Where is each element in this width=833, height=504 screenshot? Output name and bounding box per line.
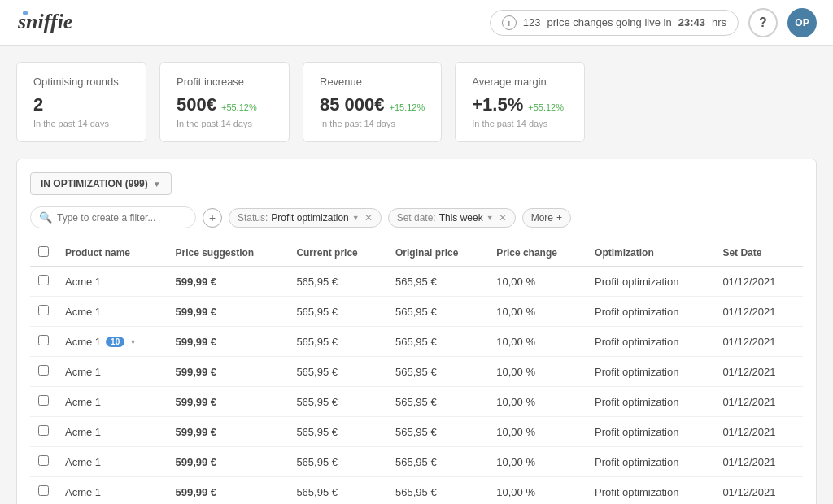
select-all-checkbox[interactable] — [38, 246, 49, 257]
row-price-change-6: 10,00 % — [488, 447, 587, 477]
product-caret-2[interactable]: ▾ — [131, 337, 135, 346]
row-current-price-5: 565,95 € — [288, 417, 387, 447]
search-input[interactable] — [57, 212, 187, 224]
stat-card-3: Average margin +1.5% +55.12% In the past… — [455, 62, 585, 142]
price-alert-badge[interactable]: i 123 price changes going live in 23:43 … — [490, 10, 739, 36]
row-set-date-6: 01/12/2021 — [714, 447, 803, 477]
more-label: More — [531, 212, 553, 224]
stat-value-0: 2 — [33, 94, 129, 115]
stat-value-1: 500€ +55.12% — [177, 94, 273, 115]
row-original-price-1: 565,95 € — [387, 297, 488, 327]
table-row: Acme 1 599,99 € 565,95 € 565,95 € 10,00 … — [30, 477, 803, 505]
table-row: Acme 1 599,99 € 565,95 € 565,95 € 10,00 … — [30, 447, 803, 477]
row-select-7[interactable] — [38, 485, 49, 496]
row-checkbox-2[interactable] — [30, 327, 57, 357]
row-set-date-4: 01/12/2021 — [714, 387, 803, 417]
stat-title-2: Revenue — [320, 76, 425, 88]
row-set-date-3: 01/12/2021 — [714, 357, 803, 387]
help-button[interactable]: ? — [748, 8, 778, 37]
table-row: Acme 1 599,99 € 565,95 € 565,95 € 10,00 … — [30, 387, 803, 417]
col-current-price: Current price — [288, 240, 387, 267]
more-filters-button[interactable]: More + — [522, 208, 571, 228]
alert-count: 123 — [523, 16, 541, 28]
table-row: Acme 1 599,99 € 565,95 € 565,95 € 10,00 … — [30, 297, 803, 327]
table-row: Acme 1 599,99 € 565,95 € 565,95 € 10,00 … — [30, 267, 803, 297]
stat-badge-2: +15.12% — [390, 102, 425, 112]
setdate-chip-value: This week — [439, 212, 483, 224]
row-product-1: Acme 1 — [57, 297, 167, 327]
table-body: Acme 1 599,99 € 565,95 € 565,95 € 10,00 … — [30, 267, 803, 505]
stat-value-2: 85 000€ +15.12% — [320, 94, 425, 115]
row-price-change-1: 10,00 % — [488, 297, 587, 327]
products-table: Product name Price suggestion Current pr… — [30, 240, 803, 504]
row-current-price-1: 565,95 € — [288, 297, 387, 327]
stat-card-1: Profit increase 500€ +55.12% In the past… — [159, 62, 290, 142]
setdate-chip-label: Set date: — [397, 212, 436, 224]
avatar[interactable]: OP — [787, 8, 817, 37]
row-price-suggestion-7: 599,99 € — [167, 477, 288, 505]
stat-card-0: Optimising rounds 2 In the past 14 days — [16, 62, 146, 142]
status-chip-label: Status: — [238, 212, 268, 224]
row-original-price-2: 565,95 € — [387, 327, 488, 357]
stat-badge-1: +55.12% — [221, 102, 257, 112]
stat-value-3: +1.5% +55.12% — [472, 94, 568, 115]
search-box[interactable]: 🔍 — [30, 206, 196, 228]
row-price-suggestion-1: 599,99 € — [167, 297, 288, 327]
product-badge-2: 10 — [106, 337, 124, 347]
row-checkbox-7[interactable] — [30, 477, 57, 505]
row-current-price-0: 565,95 € — [288, 267, 387, 297]
row-product-3: Acme 1 — [57, 357, 167, 387]
row-product-5: Acme 1 — [57, 417, 167, 447]
chevron-down-icon: ▼ — [153, 180, 161, 189]
add-filter-button[interactable]: + — [203, 208, 222, 228]
stat-sub-1: In the past 14 days — [177, 119, 273, 128]
stat-sub-0: In the past 14 days — [33, 119, 129, 128]
row-select-6[interactable] — [38, 455, 49, 466]
row-product-7: Acme 1 — [57, 477, 167, 505]
status-chip-close-icon[interactable]: ✕ — [364, 212, 373, 224]
stat-title-0: Optimising rounds — [33, 76, 129, 88]
row-price-change-0: 10,00 % — [488, 267, 587, 297]
col-product-name: Product name — [57, 240, 167, 267]
row-original-price-6: 565,95 € — [387, 447, 488, 477]
select-all-header[interactable] — [30, 240, 57, 267]
row-checkbox-4[interactable] — [30, 387, 57, 417]
row-select-3[interactable] — [38, 365, 49, 376]
logo: sniffie — [16, 7, 89, 38]
row-checkbox-0[interactable] — [30, 267, 57, 297]
row-original-price-4: 565,95 € — [387, 387, 488, 417]
col-set-date: Set Date — [714, 240, 803, 267]
stat-sub-2: In the past 14 days — [320, 119, 425, 128]
row-select-4[interactable] — [38, 395, 49, 406]
row-optimization-7: Profit optimization — [587, 477, 714, 505]
row-price-suggestion-3: 599,99 € — [167, 357, 288, 387]
row-optimization-5: Profit optimization — [587, 417, 714, 447]
row-select-1[interactable] — [38, 305, 49, 315]
row-select-5[interactable] — [38, 425, 49, 436]
search-icon: 🔍 — [39, 211, 52, 224]
row-price-change-2: 10,00 % — [488, 327, 587, 357]
filter-bar: 🔍 + Status: Profit optimization ▼ ✕ Set … — [30, 206, 803, 228]
row-price-suggestion-2: 599,99 € — [167, 327, 288, 357]
col-price-suggestion: Price suggestion — [167, 240, 288, 267]
header: sniffie i 123 price changes going live i… — [0, 0, 833, 46]
row-set-date-1: 01/12/2021 — [714, 297, 803, 327]
row-checkbox-3[interactable] — [30, 357, 57, 387]
setdate-filter-chip[interactable]: Set date: This week ▼ ✕ — [388, 208, 516, 228]
setdate-chip-close-icon[interactable]: ✕ — [499, 212, 507, 224]
table-row: Acme 1 599,99 € 565,95 € 565,95 € 10,00 … — [30, 357, 803, 387]
row-checkbox-1[interactable] — [30, 297, 57, 327]
status-filter-chip[interactable]: Status: Profit optimization ▼ ✕ — [229, 208, 382, 228]
row-original-price-5: 565,95 € — [387, 417, 488, 447]
row-select-0[interactable] — [38, 275, 49, 285]
optimization-selector[interactable]: IN OPTIMIZATION (999) ▼ — [30, 172, 172, 195]
row-select-2[interactable] — [38, 335, 49, 345]
row-optimization-2: Profit optimization — [587, 327, 714, 357]
row-optimization-1: Profit optimization — [587, 297, 714, 327]
row-checkbox-6[interactable] — [30, 447, 57, 477]
row-optimization-3: Profit optimization — [587, 357, 714, 387]
row-original-price-0: 565,95 € — [387, 267, 488, 297]
row-checkbox-5[interactable] — [30, 417, 57, 447]
row-set-date-0: 01/12/2021 — [714, 267, 803, 297]
row-current-price-7: 565,95 € — [288, 477, 387, 505]
